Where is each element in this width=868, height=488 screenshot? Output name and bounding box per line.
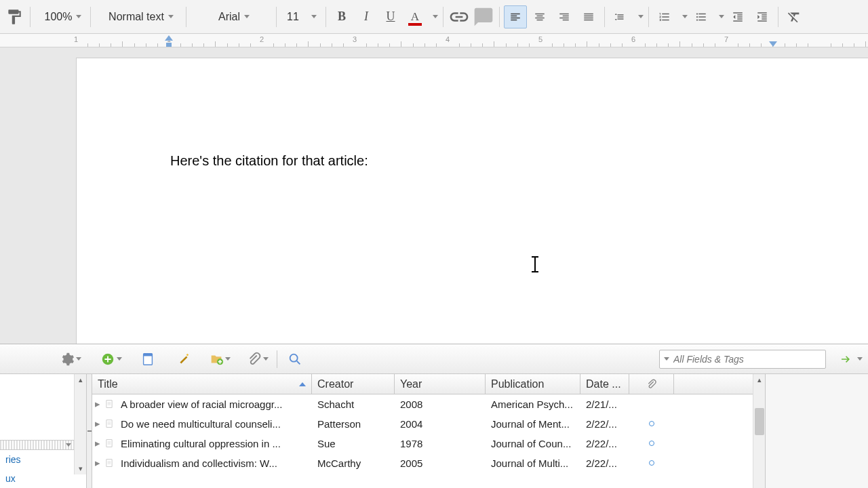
column-header-date[interactable]: Date ... [580, 374, 629, 394]
font-size-select[interactable]: 11 [281, 5, 321, 28]
underline-icon: U [387, 9, 395, 24]
column-header-creator[interactable]: Creator [312, 374, 395, 394]
expand-toggle[interactable]: ▸ [92, 437, 103, 449]
insert-comment-button[interactable] [472, 5, 495, 28]
document-body-text[interactable]: Here's the citation for that article: [170, 153, 868, 169]
column-label: Title [98, 378, 118, 390]
format-paint-button[interactable] [3, 5, 26, 28]
reference-body: ▴ ▾ ries ux Title Creator Year Publ [0, 374, 868, 488]
arrow-right-icon [840, 353, 852, 365]
column-header-year[interactable]: Year [395, 374, 486, 394]
tags-pane-header[interactable] [0, 441, 74, 450]
folder-plus-icon [209, 352, 224, 367]
scrollbar-thumb[interactable] [755, 408, 764, 435]
align-left-button[interactable] [504, 5, 527, 28]
bulleted-list-dropdown[interactable] [714, 5, 725, 28]
cell-title: Eliminating cultural oppression in ... [115, 438, 312, 449]
new-collection-button[interactable] [209, 349, 231, 369]
chevron-down-icon [244, 15, 250, 18]
text-color-button[interactable]: A [403, 5, 427, 28]
svg-rect-7 [106, 440, 112, 447]
ruler-number: 5 [538, 35, 542, 43]
align-center-icon [534, 11, 546, 23]
toolbar-separator [90, 7, 91, 27]
document-page[interactable]: Here's the citation for that article: [76, 58, 868, 344]
collections-scrollbar[interactable]: ▴ ▾ [74, 374, 86, 474]
toolbar-separator [277, 350, 277, 368]
chevron-down-icon [719, 15, 724, 18]
align-center-button[interactable] [528, 5, 551, 28]
table-row[interactable]: ▸Do we need multicultural counseli...Pat… [92, 414, 753, 434]
items-scrollbar[interactable]: ▴ [753, 374, 765, 488]
column-header-title[interactable]: Title [92, 374, 312, 394]
expand-toggle[interactable]: ▸ [92, 418, 103, 430]
scroll-up-icon[interactable]: ▴ [753, 374, 765, 386]
toolbar-separator [604, 7, 605, 27]
indent-left-marker[interactable] [165, 35, 173, 41]
decrease-indent-button[interactable] [726, 5, 749, 28]
table-row[interactable]: ▸Eliminating cultural oppression in ...S… [92, 434, 753, 453]
numbered-list-button[interactable] [653, 5, 676, 28]
cell-date: 2/22/... [580, 438, 629, 449]
scroll-down-icon[interactable]: ▾ [77, 463, 84, 474]
line-spacing-button[interactable] [609, 5, 632, 28]
advanced-search-button[interactable] [285, 349, 304, 369]
comment-icon [473, 6, 494, 28]
table-row[interactable]: ▸Individualism and collectivism: W...McC… [92, 453, 753, 473]
attach-button[interactable] [247, 349, 269, 369]
chevron-down-icon [117, 357, 122, 361]
column-header-extra[interactable] [674, 374, 694, 394]
align-justify-icon [583, 11, 595, 23]
increase-indent-button[interactable] [751, 5, 774, 28]
new-note-button[interactable] [138, 349, 157, 369]
underline-button[interactable]: U [379, 5, 402, 28]
attachment-icon [646, 379, 657, 390]
line-spacing-dropdown[interactable] [633, 5, 644, 28]
locate-button[interactable] [840, 353, 863, 365]
reference-manager-panel: ▴ ▾ ries ux Title Creator Year Publ [0, 344, 868, 488]
horizontal-ruler[interactable]: 11234567 [0, 34, 868, 47]
link-icon [448, 6, 470, 28]
new-item-button[interactable] [100, 349, 122, 369]
text-color-swatch [408, 23, 422, 26]
cell-publication: Journal of Coun... [486, 438, 580, 449]
table-row[interactable]: ▸A broader view of racial microaggr...Sc… [92, 394, 753, 414]
add-by-identifier-button[interactable] [174, 349, 193, 369]
pane-resize-grip[interactable] [87, 374, 92, 488]
toolbar-separator [186, 7, 186, 27]
text-color-dropdown[interactable] [428, 5, 439, 28]
tag-dot-icon [649, 441, 654, 446]
numbered-list-dropdown[interactable] [677, 5, 688, 28]
note-icon [140, 352, 155, 367]
actions-button[interactable] [60, 349, 81, 369]
tag-item[interactable]: ux [0, 469, 74, 488]
reference-toolbar [0, 344, 868, 374]
insert-link-button[interactable] [448, 5, 471, 28]
cell-date: 2/22/... [580, 458, 629, 469]
align-right-button[interactable] [553, 5, 576, 28]
scroll-up-icon[interactable]: ▴ [77, 374, 84, 386]
chevron-down-icon [664, 357, 669, 361]
paragraph-style-select[interactable]: Normal text [95, 5, 182, 28]
font-family-select[interactable]: Arial [191, 5, 272, 28]
chevron-down-icon [263, 357, 269, 361]
align-justify-button[interactable] [577, 5, 600, 28]
expand-toggle[interactable]: ▸ [92, 457, 103, 469]
decrease-indent-icon [732, 11, 744, 23]
search-input[interactable] [673, 354, 821, 365]
svg-rect-5 [106, 401, 112, 408]
expand-toggle[interactable]: ▸ [92, 398, 103, 410]
clear-formatting-button[interactable] [783, 5, 806, 28]
bulleted-list-button[interactable] [690, 5, 713, 28]
tag-item[interactable]: ries [0, 450, 74, 469]
column-header-attachment[interactable] [629, 374, 674, 394]
wand-icon [176, 352, 191, 367]
indent-left-bottom-marker[interactable] [166, 43, 172, 47]
search-field[interactable] [659, 350, 826, 369]
bold-button[interactable]: B [330, 5, 353, 28]
indent-right-marker[interactable] [769, 41, 777, 47]
cell-year: 1978 [395, 438, 486, 449]
zoom-select[interactable]: 100% [35, 5, 86, 28]
column-header-publication[interactable]: Publication [486, 374, 580, 394]
italic-button[interactable]: I [355, 5, 378, 28]
